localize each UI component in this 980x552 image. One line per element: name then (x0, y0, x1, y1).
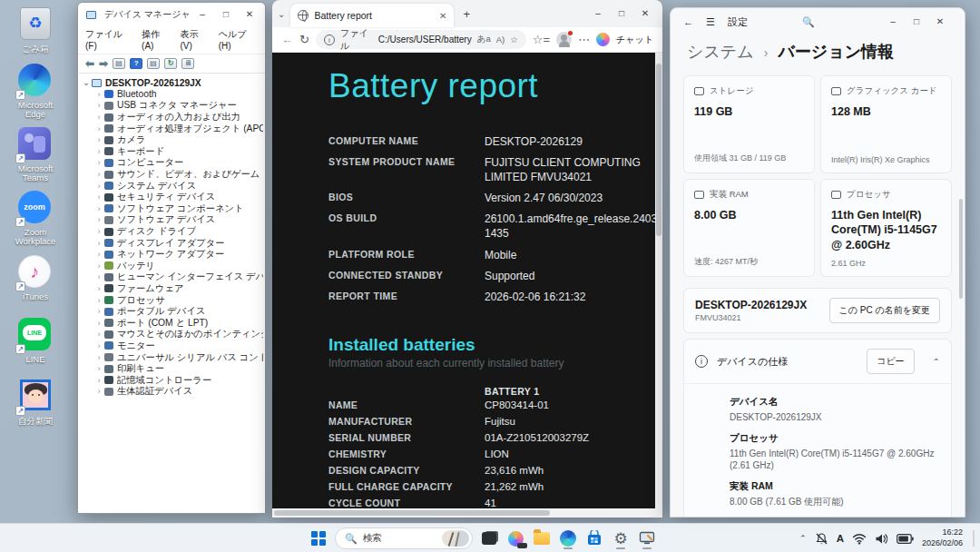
device-tree-item[interactable]: › ディスク ドライブ (82, 226, 263, 238)
console-window-icon[interactable]: ▤ (113, 58, 125, 69)
device-tree-item[interactable]: › ポータブル デバイス (82, 306, 263, 318)
hidden-icons-chevron-icon[interactable]: ⌃ (799, 534, 807, 543)
device-tree-item[interactable]: › 生体認証デバイス (82, 386, 263, 398)
expand-chevron-icon[interactable]: › (94, 158, 103, 167)
expand-chevron-icon[interactable]: › (94, 364, 103, 373)
minimize-button[interactable]: – (191, 10, 214, 19)
device-manager-taskbar-button[interactable] (637, 527, 657, 549)
desktop-icon-itunes[interactable]: ♪↗ iTunes (7, 255, 64, 301)
device-tree-item[interactable]: › バッテリ (82, 261, 263, 272)
desktop-icon-zoom[interactable]: zoom↗ Zoom Workplace (7, 191, 64, 247)
expand-chevron-icon[interactable]: › (94, 192, 103, 202)
file-explorer-button[interactable] (532, 527, 552, 549)
expand-chevron-icon[interactable]: › (94, 272, 103, 281)
device-tree-item[interactable]: › 記憶域コントローラー (82, 374, 263, 386)
favorite-star-icon[interactable]: ☆ (510, 34, 518, 44)
device-tree-item[interactable]: › コンピューター (82, 157, 263, 169)
scan-hardware-icon[interactable]: ↻ (164, 58, 177, 69)
expand-chevron-icon[interactable]: › (94, 101, 103, 110)
properties-icon[interactable]: ▤ (147, 58, 160, 69)
expand-chevron-icon[interactable]: › (94, 296, 103, 305)
scrollbar-thumb[interactable] (656, 64, 662, 236)
chat-button[interactable]: チャット (616, 34, 653, 46)
device-tree-item[interactable]: › オーディオの入力および出力 (82, 112, 263, 123)
device-tree-item[interactable]: › オーディオ処理オブジェクト (APO) (82, 123, 263, 134)
device-spec-header[interactable]: i デバイスの仕様 コピー ⌃ (684, 340, 951, 384)
device-tree-item[interactable]: › カメラ (82, 134, 263, 146)
back-icon[interactable]: ← (683, 16, 693, 27)
expand-chevron-icon[interactable]: › (94, 307, 103, 316)
expand-chevron-icon[interactable]: › (94, 113, 103, 122)
tab-search-chevron-icon[interactable]: ⌄ (278, 9, 285, 19)
expand-chevron-icon[interactable]: › (94, 239, 103, 248)
back-icon[interactable]: ⬅ (85, 57, 94, 70)
maximize-button[interactable]: □ (610, 9, 633, 18)
expand-chevron-icon[interactable]: › (94, 330, 103, 339)
back-icon[interactable]: ← (281, 33, 293, 46)
device-tree-item[interactable]: › ソフトウェア コンポーネント (82, 203, 263, 215)
device-tree-item[interactable]: › 印刷キュー (82, 363, 263, 375)
favorites-bar-icon[interactable]: ☆= (533, 33, 550, 46)
translate-icon[interactable]: あa (477, 34, 491, 45)
device-tree-item[interactable]: › プロセッサ (82, 294, 263, 306)
more-menu-icon[interactable]: ⋯ (578, 33, 590, 46)
device-tree-item[interactable]: › USB コネクタ マネージャー (82, 100, 263, 112)
collapse-chevron-icon[interactable]: ⌄ (82, 78, 91, 87)
settings-scrollbar[interactable] (959, 199, 963, 299)
copilot-icon[interactable] (596, 33, 610, 46)
desktop-icon-teams[interactable]: ↗ Microsoft Teams (7, 127, 64, 183)
device-tree-item[interactable]: › ネットワーク アダプター (82, 249, 263, 261)
device-tree-item[interactable]: › サウンド、ビデオ、およびゲーム コントローラー (82, 169, 263, 181)
device-tree-item[interactable]: › ソフトウェア デバイス (82, 214, 263, 226)
nav-menu-icon[interactable]: ☰ (706, 16, 715, 28)
search-icon[interactable]: 🔍 (802, 16, 815, 28)
microsoft-store-button[interactable] (584, 527, 604, 549)
device-tree-item[interactable]: › ポート (COM と LPT) (82, 317, 263, 329)
breadcrumb-parent[interactable]: システム (687, 43, 754, 61)
expand-chevron-icon[interactable]: › (94, 170, 103, 179)
notifications-off-icon[interactable] (815, 532, 828, 546)
expand-chevron-icon[interactable]: › (94, 284, 103, 293)
search-highlight-image[interactable] (442, 530, 469, 547)
device-tree-item[interactable]: › システム デバイス (82, 180, 263, 192)
rename-pc-button[interactable]: この PC の名前を変更 (829, 298, 940, 323)
device-tree-root[interactable]: ⌄ DESKTOP-2026129JX (82, 77, 263, 89)
maximize-button[interactable]: □ (214, 10, 238, 19)
page-info-icon[interactable]: i (324, 34, 335, 45)
menu-item[interactable]: ヘルプ(H) (219, 28, 258, 51)
show-desktop-button[interactable] (973, 530, 975, 547)
device-tree-item[interactable]: › Bluetooth (82, 89, 263, 101)
expand-chevron-icon[interactable]: › (94, 135, 103, 144)
forward-icon[interactable]: ➡ (99, 57, 108, 70)
expand-chevron-icon[interactable]: › (94, 215, 103, 224)
copilot-button[interactable] (505, 527, 525, 549)
expand-chevron-icon[interactable]: › (94, 261, 103, 271)
device-tree-item[interactable]: › ユニバーサル シリアル バス コントローラー (82, 351, 263, 363)
menu-item[interactable]: 表示(V) (180, 28, 209, 51)
desktop-icon-avatar-app[interactable]: ↗ 自分新聞 (7, 380, 64, 426)
close-button[interactable]: ✕ (633, 9, 657, 18)
tab-close-icon[interactable]: ✕ (439, 11, 446, 21)
horizontal-scrollbar[interactable] (272, 508, 655, 518)
device-tree-item[interactable]: › マウスとそのほかのポインティング デバイス (82, 329, 263, 340)
computer-scan-icon[interactable]: 🖥 (181, 58, 194, 69)
device-tree-item[interactable]: › モニター (82, 340, 263, 352)
browser-tab[interactable]: Battery report ✕ (290, 4, 454, 27)
help-icon[interactable]: ? (130, 58, 142, 69)
expand-chevron-icon[interactable]: › (94, 319, 103, 328)
expand-chevron-icon[interactable]: › (94, 204, 103, 213)
task-view-button[interactable] (479, 527, 499, 549)
ime-mode-indicator[interactable]: A (837, 533, 844, 544)
profile-avatar[interactable] (556, 32, 572, 47)
device-tree-item[interactable]: › キーボード (82, 146, 263, 158)
device-tree-item[interactable]: › ファームウェア (82, 283, 263, 295)
copy-button[interactable]: コピー (867, 349, 914, 374)
volume-icon[interactable] (875, 533, 888, 545)
refresh-icon[interactable]: ↻ (299, 33, 309, 46)
expand-chevron-icon[interactable]: › (94, 250, 103, 259)
expand-chevron-icon[interactable]: › (94, 124, 103, 133)
expand-chevron-icon[interactable]: › (94, 376, 103, 385)
wifi-icon[interactable] (852, 533, 867, 545)
settings-taskbar-button[interactable]: ⚙ (611, 527, 631, 549)
expand-chevron-icon[interactable]: › (94, 182, 103, 191)
